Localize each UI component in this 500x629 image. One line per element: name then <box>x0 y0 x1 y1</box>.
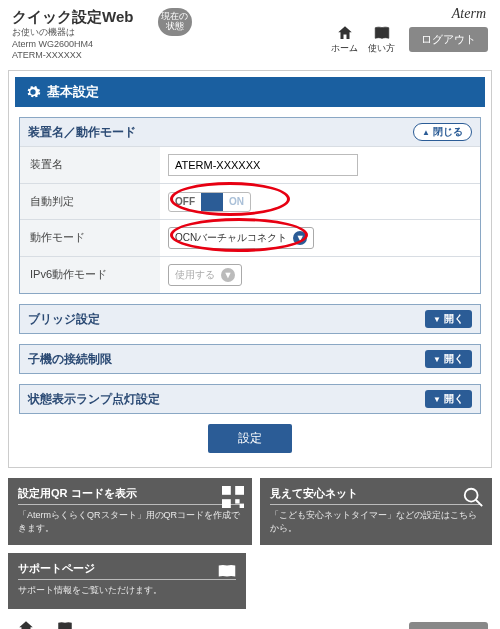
qr-icon <box>222 486 244 510</box>
home-icon <box>17 619 35 629</box>
device-name-input[interactable] <box>168 154 358 176</box>
current-status-button[interactable]: 現在の 状態 <box>158 8 192 36</box>
card-title: サポートページ <box>18 561 236 580</box>
panel-title: ブリッジ設定 <box>28 311 100 328</box>
svg-rect-0 <box>222 486 231 495</box>
howto-link[interactable]: 使い方 <box>51 619 78 629</box>
card-body: サポート情報をご覧いただけます。 <box>18 584 236 597</box>
main-page: 基本設定 装置名／動作モード ▲閉じる 装置名 自動判定 OFF ON 動作モー… <box>8 70 492 468</box>
panel-child-limit: 子機の接続制限 ▼開く <box>19 344 481 374</box>
panel-close-button[interactable]: ▲閉じる <box>413 123 472 141</box>
card-body: 「こども安心ネットタイマー」などの設定はこちらから。 <box>270 509 482 535</box>
card-safenet[interactable]: 見えて安心ネット 「こども安心ネットタイマー」などの設定はこちらから。 <box>260 478 492 545</box>
howto-link[interactable]: 使い方 <box>368 24 395 55</box>
label-device-name: 装置名 <box>20 147 160 183</box>
label-auto-detect: 自動判定 <box>20 184 160 219</box>
panel-device-mode: 装置名／動作モード ▲閉じる 装置名 自動判定 OFF ON 動作モード <box>19 117 481 294</box>
magnifier-icon <box>462 486 484 510</box>
label-ipv6-mode: IPv6動作モード <box>20 257 160 293</box>
apply-button[interactable]: 設定 <box>208 424 292 453</box>
svg-point-5 <box>465 489 478 502</box>
header: クイック設定Web お使いの機器は Aterm WG2600HM4 ATERM-… <box>0 0 500 66</box>
panel-bridge: ブリッジ設定 ▼開く <box>19 304 481 334</box>
svg-line-6 <box>476 500 482 506</box>
svg-rect-1 <box>235 486 244 495</box>
chevron-down-icon: ▼ <box>293 231 307 245</box>
panel-open-button[interactable]: ▼開く <box>425 350 472 368</box>
panel-open-button[interactable]: ▼開く <box>425 390 472 408</box>
device-sub: お使いの機器は Aterm WG2600HM4 ATERM-XXXXXX <box>12 27 152 62</box>
label-op-mode: 動作モード <box>20 220 160 256</box>
logout-button[interactable]: ログアウト <box>409 27 488 52</box>
gear-icon <box>25 84 41 100</box>
op-mode-select[interactable]: OCNバーチャルコネクト ▼ <box>168 227 314 249</box>
card-title: 設定用QR コードを表示 <box>18 486 242 505</box>
brand-logo: Aterm <box>452 6 486 22</box>
auto-detect-toggle[interactable]: OFF ON <box>168 192 251 212</box>
svg-rect-4 <box>239 504 243 508</box>
home-icon <box>336 24 354 42</box>
card-title: 見えて安心ネット <box>270 486 482 505</box>
panel-title: 状態表示ランプ点灯設定 <box>28 391 160 408</box>
panel-title: 子機の接続制限 <box>28 351 112 368</box>
ipv6-mode-select: 使用する ▼ <box>168 264 242 286</box>
card-body: 「AtermらくらくQRスタート」用のQRコードを作成できます。 <box>18 509 242 535</box>
panel-led: 状態表示ランプ点灯設定 ▼開く <box>19 384 481 414</box>
panel-title: 装置名／動作モード <box>28 124 136 141</box>
book-icon <box>56 619 74 629</box>
book-icon <box>373 24 391 42</box>
card-qr[interactable]: 設定用QR コードを表示 「AtermらくらくQRスタート」用のQRコードを作成… <box>8 478 252 545</box>
home-link[interactable]: ホーム <box>331 24 358 55</box>
svg-rect-2 <box>222 499 231 508</box>
section-title: 基本設定 <box>15 77 485 107</box>
panel-open-button[interactable]: ▼開く <box>425 310 472 328</box>
home-link[interactable]: ホーム <box>12 619 39 629</box>
svg-rect-3 <box>235 499 239 503</box>
logout-button[interactable]: ログアウト <box>409 622 488 629</box>
app-title: クイック設定Web <box>12 8 152 27</box>
card-support[interactable]: サポートページ サポート情報をご覧いただけます。 <box>8 553 246 609</box>
footer: ホーム 使い方 ログアウト <box>0 609 500 629</box>
book-icon <box>216 561 238 585</box>
chevron-down-icon: ▼ <box>221 268 235 282</box>
